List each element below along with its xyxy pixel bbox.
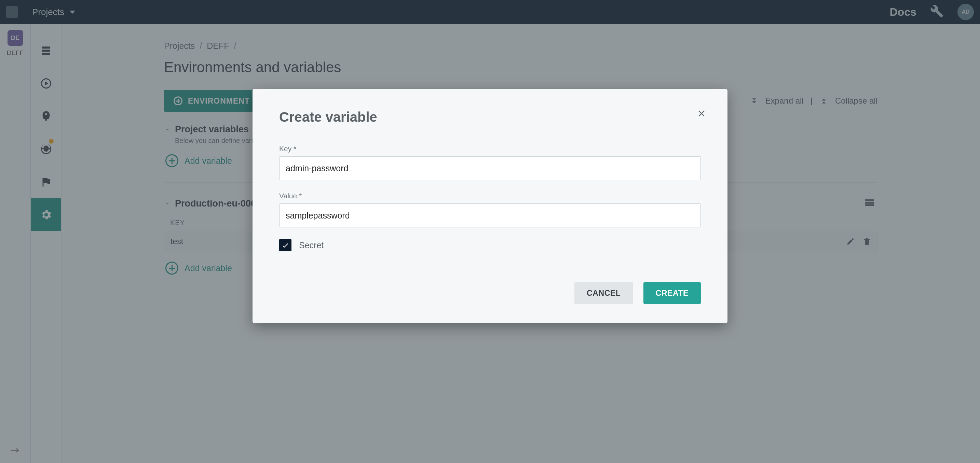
- secret-checkbox-row: Secret: [279, 239, 701, 251]
- secret-label: Secret: [299, 240, 324, 250]
- secret-checkbox[interactable]: [279, 239, 291, 251]
- key-input[interactable]: [279, 156, 701, 180]
- cancel-button[interactable]: CANCEL: [574, 282, 633, 304]
- close-icon: [697, 109, 706, 119]
- key-label: Key *: [279, 145, 701, 153]
- check-icon: [281, 241, 290, 249]
- modal-footer: CANCEL CREATE: [279, 282, 701, 304]
- value-label: Value *: [279, 192, 701, 200]
- create-button[interactable]: CREATE: [643, 282, 701, 304]
- close-button[interactable]: [695, 107, 708, 120]
- value-input[interactable]: [279, 203, 701, 227]
- value-field: Value *: [279, 192, 701, 227]
- key-field: Key *: [279, 145, 701, 180]
- create-variable-modal: Create variable Key * Value * Secret CAN…: [253, 89, 727, 323]
- modal-overlay[interactable]: Create variable Key * Value * Secret CAN…: [0, 0, 980, 463]
- modal-title: Create variable: [279, 109, 701, 125]
